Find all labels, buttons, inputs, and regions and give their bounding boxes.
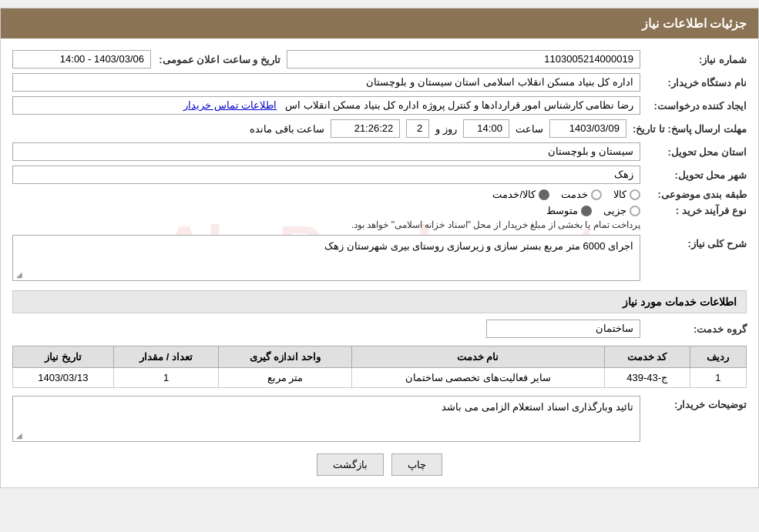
table-cell-unit: متر مربع xyxy=(219,368,351,388)
print-button[interactable]: چاپ xyxy=(391,453,442,476)
col-service-name: نام خدمت xyxy=(351,346,604,368)
table-cell-need_date: 1403/03/13 xyxy=(13,368,114,388)
services-table: ردیف کد خدمت نام خدمت واحد اندازه گیری ت… xyxy=(12,346,747,388)
page-header: جزئیات اطلاعات نیاز xyxy=(1,8,758,38)
buttons-row: چاپ بازگشت xyxy=(12,453,747,476)
category-radio-group: کالا خدمت کالا/خدمت xyxy=(492,189,640,200)
purchase-type-label: نوع فرآیند خرید : xyxy=(646,205,747,216)
table-cell-service_code: ج-43-439 xyxy=(604,368,690,388)
category-label: طبقه بندی موضوعی: xyxy=(646,189,747,200)
page-title: جزئیات اطلاعات نیاز xyxy=(642,17,747,30)
purchase-type-note: پرداخت تمام یا بخشی از مبلغ خریدار از مح… xyxy=(12,219,640,230)
category-kala-khedmat[interactable]: کالا/خدمت xyxy=(492,189,549,200)
back-button[interactable]: بازگشت xyxy=(317,453,384,476)
radio-motavasset-icon xyxy=(581,206,592,216)
col-need-date: تاریخ نیاز xyxy=(13,346,114,368)
buyer-org-label: نام دستگاه خریدار: xyxy=(646,77,747,89)
need-number-value: 1103005214000019 xyxy=(287,50,640,69)
purchase-type-motavasset[interactable]: متوسط xyxy=(546,205,592,216)
services-section-header: اطلاعات خدمات مورد نیاز xyxy=(12,290,747,313)
col-row: ردیف xyxy=(690,346,746,368)
category-kala-label: کالا xyxy=(613,189,626,200)
radio-khedmat-icon xyxy=(591,189,602,200)
purchase-type-radio-group: جزیی متوسط xyxy=(12,205,640,216)
response-deadline-label: مهلت ارسال پاسخ: تا تاریخ: xyxy=(633,123,747,135)
response-days-label: روز و xyxy=(435,123,457,135)
response-time-label: ساعت xyxy=(516,123,543,135)
radio-jozi-icon xyxy=(630,206,640,216)
need-description-value: اجرای 6000 متر مربع بستر سازی و زیرسازی … xyxy=(12,235,640,281)
col-service-code: کد خدمت xyxy=(604,346,690,368)
col-quantity: تعداد / مقدار xyxy=(113,346,219,368)
response-time-value: 14:00 xyxy=(463,119,509,138)
need-number-label: شماره نیاز: xyxy=(646,54,747,65)
table-cell-row: 1 xyxy=(690,368,746,388)
province-value: سیستان و بلوچستان xyxy=(12,142,640,161)
city-value: زهک xyxy=(12,166,640,184)
category-kala-khedmat-label: کالا/خدمت xyxy=(492,189,536,200)
buyer-org-value: اداره کل بنیاد مسکن انقلاب اسلامی استان … xyxy=(12,73,640,92)
city-label: شهر محل تحویل: xyxy=(646,169,747,181)
col-unit: واحد اندازه گیری xyxy=(219,346,351,368)
response-remaining-label: ساعت باقی مانده xyxy=(250,123,324,135)
response-time-remaining: 21:26:22 xyxy=(331,119,400,138)
service-group-value: ساختمان xyxy=(486,320,640,338)
table-row: 1ج-43-439سایر فعالیت‌های تخصصی ساختمانمت… xyxy=(13,368,747,388)
table-cell-service_name: سایر فعالیت‌های تخصصی ساختمان xyxy=(351,368,604,388)
purchase-type-jozi[interactable]: جزیی xyxy=(603,205,640,216)
creator-contact-link[interactable]: اطلاعات تماس خریدار xyxy=(183,99,277,111)
response-date-value: 1403/03/09 xyxy=(549,119,626,138)
purchase-type-jozi-label: جزیی xyxy=(603,205,626,216)
table-cell-quantity: 1 xyxy=(113,368,219,388)
announce-datetime-label: تاریخ و ساعت اعلان عمومی: xyxy=(157,54,280,65)
service-group-label: گروه خدمت: xyxy=(646,323,747,335)
buyer-notes-label: توضیحات خریدار: xyxy=(646,399,747,410)
radio-kala-khedmat-icon xyxy=(539,189,549,200)
category-khedmat[interactable]: خدمت xyxy=(561,189,602,200)
province-label: استان محل تحویل: xyxy=(646,146,747,158)
buyer-notes-value: تائید وبارگذاری اسناد استعلام الزامی می … xyxy=(12,396,640,442)
announce-datetime-value: 1403/03/06 - 14:00 xyxy=(12,50,151,69)
purchase-type-motavasset-label: متوسط xyxy=(546,205,578,216)
need-description-label: شرح کلی نیاز: xyxy=(646,238,747,249)
creator-label: ایجاد کننده درخواست: xyxy=(646,100,747,112)
radio-kala-icon xyxy=(630,189,640,200)
response-days-value: 2 xyxy=(406,119,429,138)
creator-value: رضا نظامی کارشناس امور قراردادها و کنترل… xyxy=(12,96,640,115)
category-khedmat-label: خدمت xyxy=(561,189,588,200)
category-kala[interactable]: کالا xyxy=(613,189,640,200)
